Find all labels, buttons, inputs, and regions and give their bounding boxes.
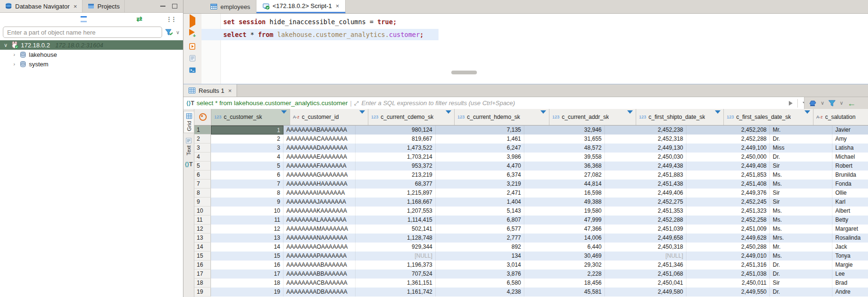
grid-cell[interactable]: 4 bbox=[211, 153, 283, 162]
row-number[interactable]: 15 bbox=[194, 252, 211, 261]
grid-cell[interactable]: Michael bbox=[832, 153, 868, 162]
table-row[interactable]: 44AAAAAAAAEAAAAAAA1,703,2143,98639,5582,… bbox=[194, 153, 868, 162]
execute-script-button[interactable] bbox=[189, 43, 196, 50]
tree-item-system[interactable]: ›system bbox=[0, 59, 183, 69]
grid-cell[interactable]: 1,461 bbox=[436, 135, 524, 144]
previous-page-icon[interactable]: ← bbox=[847, 99, 856, 108]
grid-cell[interactable]: 2,450,288 bbox=[686, 243, 770, 252]
grid-cell[interactable]: Sir bbox=[770, 162, 832, 171]
grid-cell[interactable]: 3,014 bbox=[436, 261, 524, 270]
grid-cell[interactable]: 2,449,438 bbox=[605, 162, 686, 171]
grid-cell[interactable]: Sir bbox=[770, 189, 832, 198]
table-row[interactable]: 11AAAAAAAABAAAAAAA980,1247,13532,9462,45… bbox=[194, 126, 868, 135]
grid-cell[interactable]: 39,558 bbox=[524, 153, 605, 162]
grid-cell[interactable]: 2,451,353 bbox=[605, 207, 686, 216]
grid-cell[interactable]: 4,238 bbox=[436, 288, 524, 297]
grid-cell[interactable]: 2,449,100 bbox=[686, 144, 770, 153]
grid-cell[interactable]: 5,143 bbox=[436, 207, 524, 216]
grid-cell[interactable]: 48,572 bbox=[524, 144, 605, 153]
grid-cell[interactable]: 1,128,748 bbox=[356, 234, 436, 243]
column-header-c_first_shipto_date_sk[interactable]: 123c_first_shipto_date_sk bbox=[636, 109, 724, 125]
grid-cell[interactable]: 2,452,288 bbox=[686, 135, 770, 144]
grid-cell[interactable]: 18 bbox=[211, 279, 283, 288]
grid-cell[interactable]: 2,451,438 bbox=[605, 180, 686, 189]
grid-cell[interactable]: Ms. bbox=[770, 171, 832, 180]
chevron-down-icon[interactable]: ∨ bbox=[840, 100, 843, 106]
grid-cell[interactable]: 47,999 bbox=[524, 216, 605, 225]
grid-cell[interactable]: AAAAAAAANAAAAAAA bbox=[283, 234, 356, 243]
grid-cell[interactable]: Dr. bbox=[770, 153, 832, 162]
grid-cell[interactable]: Jack bbox=[832, 243, 868, 252]
grid-cell[interactable]: 12 bbox=[211, 225, 283, 234]
row-number[interactable]: 18 bbox=[194, 279, 211, 288]
grid-cell[interactable]: Margaret bbox=[832, 225, 868, 234]
grid-cell[interactable]: 1,114,415 bbox=[356, 216, 436, 225]
grid-cell[interactable]: 4,470 bbox=[436, 162, 524, 171]
expander-icon[interactable]: › bbox=[11, 52, 17, 57]
grid-cell[interactable]: Amy bbox=[832, 135, 868, 144]
tab-employees[interactable]: employees bbox=[204, 0, 256, 13]
tab-grid-view[interactable]: Grid bbox=[183, 111, 194, 133]
row-number[interactable]: 13 bbox=[194, 234, 211, 243]
grid-cell[interactable]: AAAAAAAACAAAAAAA bbox=[283, 135, 356, 144]
row-number[interactable]: 7 bbox=[194, 180, 211, 189]
result-grid[interactable]: 123c_customer_skA-zc_customer_id123c_cur… bbox=[194, 109, 868, 297]
select-all-cell[interactable] bbox=[194, 109, 211, 125]
column-header-c_current_cdemo_sk[interactable]: 123c_current_cdemo_sk bbox=[368, 109, 455, 125]
grid-cell[interactable]: 134 bbox=[436, 252, 524, 261]
grid-cell[interactable]: 2,450,030 bbox=[605, 153, 686, 162]
grid-cell[interactable]: Dr. bbox=[770, 135, 832, 144]
tab-script-1[interactable]: <172.18.0.2> Script-1 × bbox=[256, 0, 346, 13]
grid-cell[interactable]: 2,452,318 bbox=[605, 135, 686, 144]
grid-cell[interactable]: 2,450,000 bbox=[686, 153, 770, 162]
grid-cell[interactable]: 8 bbox=[211, 189, 283, 198]
grid-cell[interactable]: Mr. bbox=[770, 126, 832, 135]
grid-cell[interactable]: 502,141 bbox=[356, 225, 436, 234]
value-viewer-icon[interactable]: ⟨⟩T bbox=[185, 160, 193, 169]
grid-cell[interactable]: Ms. bbox=[770, 180, 832, 189]
grid-cell[interactable]: Ms. bbox=[770, 225, 832, 234]
row-number[interactable]: 1 bbox=[194, 126, 211, 135]
grid-cell[interactable]: 32,946 bbox=[524, 126, 605, 135]
grid-cell[interactable]: 2,449,658 bbox=[605, 234, 686, 243]
grid-cell[interactable]: AAAAAAAABAAAAAAA bbox=[283, 126, 356, 135]
expand-filter-icon[interactable]: ⤢ bbox=[354, 100, 359, 107]
sql-editor[interactable]: + set session hide_inaccessible_columns … bbox=[183, 14, 868, 84]
grid-cell[interactable]: 929,344 bbox=[356, 243, 436, 252]
grid-cell[interactable]: 2,451,316 bbox=[686, 261, 770, 270]
grid-cell[interactable]: 14 bbox=[211, 243, 283, 252]
row-number[interactable]: 4 bbox=[194, 153, 211, 162]
grid-cell[interactable]: 17 bbox=[211, 270, 283, 279]
grid-cell[interactable]: AAAAAAAAPAAAAAAA bbox=[283, 252, 356, 261]
tree-item-172-18-0-2[interactable]: ∨172.18.0.2172.18.0.2:31604 bbox=[0, 40, 183, 50]
grid-cell[interactable]: 1,168,667 bbox=[356, 198, 436, 207]
grid-cell[interactable]: 2,451,883 bbox=[605, 171, 686, 180]
grid-cell[interactable]: 14,006 bbox=[524, 234, 605, 243]
sort-dropdown-icon[interactable] bbox=[712, 114, 721, 121]
grid-cell[interactable]: Tonya bbox=[832, 252, 868, 261]
grid-cell[interactable]: Karl bbox=[832, 198, 868, 207]
grid-cell[interactable]: AAAAAAAAEAAAAAAA bbox=[283, 153, 356, 162]
grid-cell[interactable]: 1,703,214 bbox=[356, 153, 436, 162]
grid-cell[interactable]: 27,082 bbox=[524, 171, 605, 180]
grid-cell[interactable]: 2,452,258 bbox=[686, 216, 770, 225]
close-icon[interactable]: × bbox=[228, 87, 232, 94]
chevron-down-icon[interactable]: ∨ bbox=[176, 29, 180, 36]
sql-code[interactable]: set session hide_inaccessible_columns = … bbox=[223, 16, 868, 41]
code-line-2[interactable]: select * from lakehouse.customer_analyti… bbox=[223, 28, 868, 41]
grid-cell[interactable]: 980,124 bbox=[356, 126, 436, 135]
grid-cell[interactable]: 2,450,041 bbox=[605, 279, 686, 288]
grid-cell[interactable]: 2,451,038 bbox=[686, 270, 770, 279]
grid-cell[interactable]: 2,451,346 bbox=[605, 261, 686, 270]
grid-cell[interactable]: 1,473,522 bbox=[356, 144, 436, 153]
tab-text-view[interactable]: Text bbox=[185, 136, 192, 157]
grid-cell[interactable]: AAAAAAAAOAAAAAAA bbox=[283, 243, 356, 252]
grid-cell[interactable]: 2,451,039 bbox=[605, 225, 686, 234]
grid-cell[interactable]: AAAAAAAABBAAAAAA bbox=[283, 270, 356, 279]
row-number[interactable]: 19 bbox=[194, 288, 211, 297]
grid-cell[interactable]: 49,388 bbox=[524, 198, 605, 207]
grid-cell[interactable]: 1,361,151 bbox=[356, 279, 436, 288]
column-header-c_customer_id[interactable]: A-zc_customer_id bbox=[290, 109, 368, 125]
sort-dropdown-icon[interactable] bbox=[443, 114, 451, 121]
grid-cell[interactable]: 819,667 bbox=[356, 135, 436, 144]
